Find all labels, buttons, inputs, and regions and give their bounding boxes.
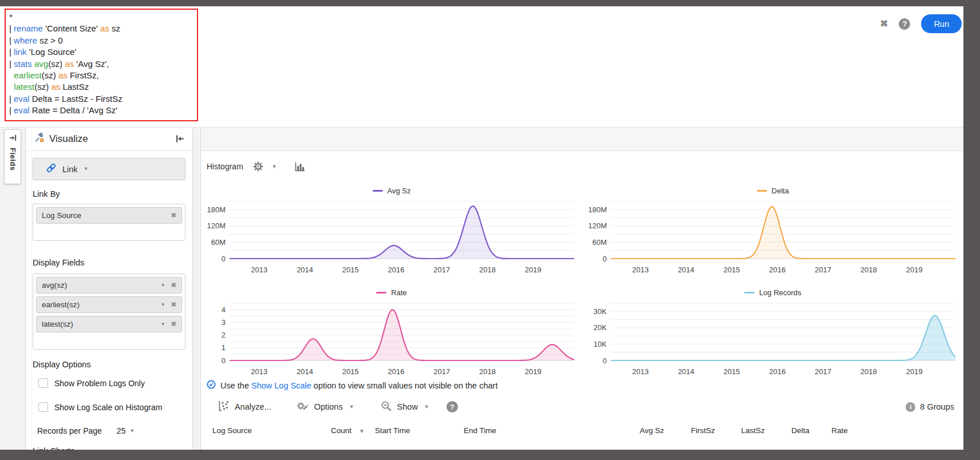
svg-text:2015: 2015 [724,265,740,274]
svg-text:0: 0 [222,255,226,263]
chart-legend[interactable]: Delta [582,182,963,199]
chart-legend[interactable]: Log Records [582,284,963,301]
histogram-plot[interactable]: 060M120M180M2013201420152016201720182019 [582,199,960,277]
display-field-chip[interactable]: earliest(sz) ▼ ✖ [36,296,182,313]
svg-text:60M: 60M [211,238,226,247]
svg-text:2018: 2018 [860,367,877,376]
chevron-down-icon[interactable]: ▼ [161,302,165,307]
link-mode-button[interactable]: Link ▼ [33,158,185,180]
svg-text:2017: 2017 [433,265,450,274]
histogram-plot[interactable]: 060M120M180M2013201420152016201720182019 [201,199,579,277]
show-problem-logs-checkbox[interactable] [38,378,48,388]
column-header-log-source[interactable]: Log Source [212,426,252,435]
svg-text:60M: 60M [592,238,607,247]
column-header-lastsz[interactable]: LastSz [719,426,765,435]
chip-label: latest(sz) [42,320,73,328]
checkbox-label: Show Log Scale on Histogram [54,403,162,412]
app-window: *| rename 'Content Size' as sz| where sz… [0,6,963,450]
svg-text:2017: 2017 [815,265,831,274]
column-header-start-time[interactable]: Start Time [375,426,410,435]
legend-dash [373,190,383,192]
remove-icon[interactable]: ✖ [171,212,176,219]
legend-dash [757,190,767,192]
svg-text:2019: 2019 [906,265,923,274]
bar-chart-icon[interactable] [294,161,306,172]
options-button[interactable]: Options ▼ [297,401,354,413]
left-rail: Fields [0,128,25,450]
svg-text:2015: 2015 [342,367,359,376]
groups-label: 8 Groups [920,402,954,411]
chart-legend[interactable]: Rate [201,284,582,301]
svg-text:2019: 2019 [525,265,542,274]
svg-text:2015: 2015 [342,265,359,274]
visualize-sidebar: Visualize [25,128,193,450]
body-row: Fields Visualize [0,128,963,450]
column-header-end-time[interactable]: End Time [464,426,496,435]
show-log-scale-link[interactable]: Show Log Scale [251,381,311,390]
svg-text:2014: 2014 [297,265,313,274]
collapse-left-icon[interactable] [176,135,184,142]
groups-count: i 8 Groups [906,402,954,412]
check-circle-icon [207,380,216,391]
fields-panel-tab[interactable]: Fields [4,129,21,184]
svg-text:2018: 2018 [860,265,877,274]
chevron-down-icon[interactable]: ▼ [161,283,165,288]
svg-text:2014: 2014 [678,265,694,274]
records-per-page-value[interactable]: 25 [117,426,126,435]
link-by-box[interactable]: Log Source ✖ [33,204,185,241]
svg-text:30K: 30K [594,307,607,316]
query-section: *| rename 'Content Size' as sz| where sz… [0,6,963,128]
hammer-icon [34,132,45,145]
close-icon[interactable]: ✖ [880,19,888,29]
histogram-chart: Rate 012342013201420152016201720182019 [201,284,582,379]
help-icon[interactable]: ? [446,401,458,413]
remove-icon[interactable]: ✖ [171,320,176,328]
column-header-count[interactable]: Count [331,426,351,435]
chevron-down-icon[interactable]: ▼ [129,429,135,434]
display-field-chip[interactable]: latest(sz) ▼ ✖ [36,316,182,332]
svg-text:2016: 2016 [388,265,405,274]
legend-dash [376,292,386,294]
analyze-button[interactable]: Analyze... [218,400,271,413]
legend-label: Avg Sz [388,187,411,195]
chevron-down-icon[interactable]: ▼ [272,164,277,169]
chart-legend[interactable]: Avg Sz [201,182,582,199]
chevron-down-icon: ▼ [424,405,429,410]
fields-tab-label: Fields [9,148,17,171]
svg-text:2016: 2016 [388,367,405,376]
column-header-avg-sz[interactable]: Avg Sz [618,426,664,435]
link-charts-label: Link Charts [33,446,185,450]
top-strip [201,128,963,151]
link-button-label: Link [62,165,78,174]
svg-text:2016: 2016 [769,367,786,376]
svg-text:2013: 2013 [251,367,267,376]
query-actions: ✖ ? Run [880,14,962,33]
scatter-plot-icon [218,400,230,413]
histogram-toolbar: Histogram ▼ [201,151,963,182]
histogram-plot[interactable]: 010K20K30K2013201420152016201720182019 [582,301,960,379]
display-fields-box[interactable]: avg(sz) ▼ ✖ earliest(sz) ▼ ✖ latest(sz) … [33,273,185,350]
records-per-page-label: Records per Page [37,426,102,435]
link-by-chip[interactable]: Log Source ✖ [36,207,182,224]
show-log-scale-checkbox[interactable] [38,402,48,412]
remove-icon[interactable]: ✖ [171,281,176,289]
svg-text:2016: 2016 [769,265,786,274]
display-field-chip[interactable]: avg(sz) ▼ ✖ [36,277,182,294]
help-icon[interactable]: ? [899,18,910,30]
remove-icon[interactable]: ✖ [171,301,176,308]
chip-label: Log Source [42,211,81,220]
svg-text:0: 0 [222,356,226,365]
histogram-plot[interactable]: 012342013201420152016201720182019 [201,301,579,379]
column-header-rate[interactable]: Rate [803,426,848,435]
info-banner: Use the Show Log Scale option to view sm… [201,380,963,391]
column-header-firstsz[interactable]: FirstSz [669,426,715,435]
gear-icon[interactable] [253,161,263,172]
svg-text:2: 2 [222,331,226,339]
show-button[interactable]: Show ▼ [381,400,429,413]
run-button[interactable]: Run [921,14,962,33]
chevron-down-icon[interactable]: ▼ [161,322,165,327]
query-editor[interactable]: *| rename 'Content Size' as sz| where sz… [5,9,198,121]
info-icon: i [906,402,915,412]
sort-desc-icon[interactable]: ▼ [359,428,365,434]
panel-title: Visualize [49,133,88,145]
